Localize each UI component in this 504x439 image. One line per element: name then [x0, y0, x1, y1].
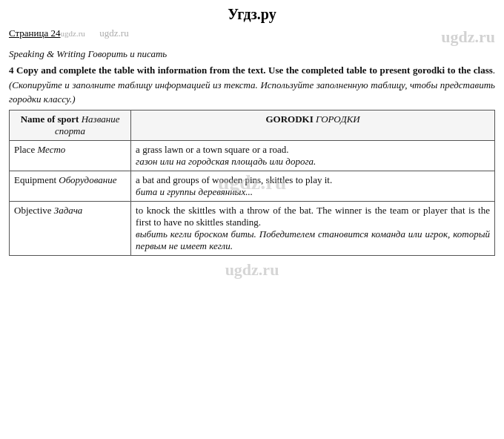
- site-title: Угдз.ру: [0, 0, 504, 26]
- topbar-ugdz-center: ugdz.ru: [99, 27, 128, 39]
- task-number: 4: [9, 65, 14, 76]
- col1-header-en: Name of sport: [21, 113, 79, 125]
- place-label-en: Place: [14, 144, 35, 155]
- label-cell-objective: Objective Задача: [10, 201, 131, 255]
- place-label-ru: Место: [37, 144, 65, 155]
- col2-header-ru: ГОРОДКИ: [316, 113, 360, 125]
- place-content-en: a grass lawn or a town square or a road.: [136, 144, 288, 155]
- task-dot: .: [493, 65, 495, 76]
- info-table: Name of sport Название спорта GORODKI ГО…: [9, 110, 495, 256]
- page-ref-ugdz: ugdz.ru: [61, 29, 85, 38]
- equipment-content: a bat and groups of wooden pins, skittle…: [131, 171, 495, 201]
- table-row: Objective Задача to knock the skittles w…: [10, 201, 495, 255]
- obj-label-ru: Задача: [54, 205, 83, 216]
- watermark-top-right: ugdz.ru: [441, 27, 495, 47]
- equip-label-ru: Оборудование: [59, 174, 116, 185]
- task-instruction-bold: Copy and complete the table with informa…: [16, 65, 493, 76]
- equip-label-en: Equipment: [14, 174, 56, 185]
- top-bar: Страница 24ugdz.ru ugdz.ru ugdz.ru: [0, 26, 504, 47]
- task-text: 4 Copy and complete the table with infor…: [0, 60, 504, 110]
- table-row: Place Место a grass lawn or a town squar…: [10, 140, 495, 171]
- task-italic-text: (Скопируйте и заполните таблицу информац…: [9, 79, 495, 105]
- obj-content-en: to knock the skittles with a throw of th…: [136, 205, 490, 228]
- table-wrapper: ugdz.ru Name of sport Название спорта GO…: [0, 110, 504, 256]
- col2-header: GORODKI ГОРОДКИ: [131, 110, 495, 140]
- obj-content-ru: выбить кегли броском биты. Победителем с…: [136, 228, 490, 251]
- table-row: Equipment Оборудование a bat and groups …: [10, 171, 495, 201]
- table-header-row: Name of sport Название спорта GORODKI ГО…: [10, 110, 495, 140]
- label-cell-place: Place Место: [10, 140, 131, 171]
- col2-header-en: GORODKI: [265, 113, 313, 125]
- objective-content: to knock the skittles with a throw of th…: [131, 201, 495, 255]
- equip-content-ru: бита и группы деревянных...: [136, 186, 253, 197]
- col1-header: Name of sport Название спорта: [10, 110, 131, 140]
- section-label: Speaking & Writing Говорить и писать: [0, 47, 504, 60]
- equip-content-en: a bat and groups of wooden pins, skittle…: [136, 174, 332, 185]
- label-cell-equipment: Equipment Оборудование: [10, 171, 131, 201]
- page-reference: Страница 24ugdz.ru ugdz.ru: [9, 27, 129, 39]
- watermark-bottom: ugdz.ru: [0, 256, 504, 281]
- place-content-ru: газон или на городская площадь или дорог…: [136, 156, 316, 167]
- place-content: a grass lawn or a town square or a road.…: [131, 140, 495, 171]
- page-ref-text: Страница 24: [9, 27, 61, 39]
- obj-label-en: Objective: [14, 205, 52, 216]
